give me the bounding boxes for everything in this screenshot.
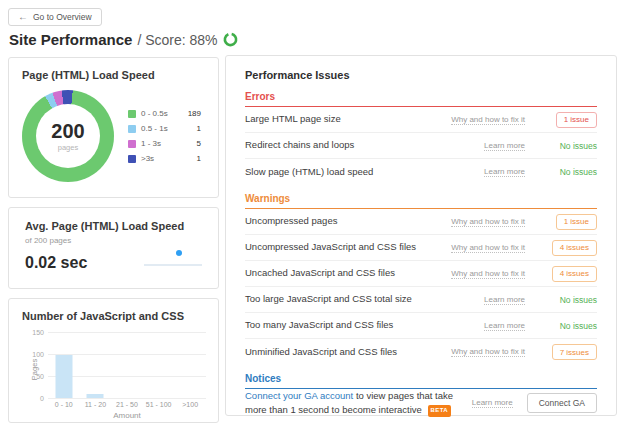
issue-help-link[interactable]: Learn more	[484, 321, 525, 331]
no-issues-text: No issues	[560, 141, 597, 151]
avg-speed-subtitle: of 200 pages	[25, 236, 202, 245]
issue-name: Too large JavaScript and CSS total size	[245, 292, 484, 306]
arrow-left-icon: ←	[18, 12, 28, 22]
issue-name: Connect your GA account to view pages th…	[245, 389, 472, 418]
issue-sections: ErrorsLarge HTML page sizeWhy and how to…	[245, 91, 597, 418]
js-css-bar-chart[interactable]: Pages 050100150	[48, 332, 206, 398]
issue-help-link[interactable]: Why and how to fix it	[451, 269, 525, 279]
legend-value: 5	[179, 139, 201, 148]
donut-center: 200 pages	[36, 104, 100, 168]
bar-chart-y-tick: 50	[36, 373, 44, 380]
issue-name: Uncompressed pages	[245, 214, 451, 228]
issue-row: Unminified JavaScript and CSS filesWhy a…	[245, 339, 597, 365]
bar-slot	[111, 332, 143, 398]
legend-color-swatch	[128, 125, 136, 133]
connect-ga-button[interactable]: Connect GA	[527, 393, 597, 413]
donut-center-label: pages	[58, 143, 78, 152]
load-speed-card: Page (HTML) Load Speed 200 pages 0 - 0.5…	[8, 57, 219, 198]
avg-speed-card: Avg. Page (HTML) Load Speed of 200 pages…	[8, 207, 219, 289]
left-column: Page (HTML) Load Speed 200 pages 0 - 0.5…	[8, 57, 219, 423]
issue-name: Uncached JavaScript and CSS files	[245, 266, 451, 280]
bar[interactable]	[87, 394, 104, 398]
no-issues-text: No issues	[560, 167, 597, 177]
legend-color-swatch	[128, 110, 136, 118]
issue-row: Connect your GA account to view pages th…	[245, 389, 597, 418]
connect-ga-link[interactable]: Connect your GA account	[245, 390, 353, 401]
no-issues-text: No issues	[560, 321, 597, 331]
legend-label: 0.5 - 1s	[141, 124, 179, 133]
bar-slot	[80, 332, 112, 398]
issue-name: Too many JavaScript and CSS files	[245, 318, 484, 332]
bar-chart-bars	[48, 332, 206, 398]
performance-issues-panel: Performance Issues ErrorsLarge HTML page…	[225, 55, 617, 416]
issue-name: Uncompressed JavaScript and CSS files	[245, 240, 451, 254]
bar-chart-y-tick: 150	[32, 329, 44, 336]
issue-row: Too many JavaScript and CSS filesLearn m…	[245, 313, 597, 339]
bar-chart-gridline	[48, 398, 206, 399]
bar-chart-y-tick: 0	[40, 395, 44, 402]
issue-help-link[interactable]: Why and how to fix it	[451, 115, 525, 125]
score-ring-icon	[223, 32, 238, 47]
issue-name: Redirect chains and loops	[245, 138, 484, 152]
legend-value: 1	[179, 124, 201, 133]
section-header-errors: Errors	[245, 91, 597, 107]
issue-count-badge[interactable]: 4 issues	[552, 266, 597, 282]
issue-help-link[interactable]: Why and how to fix it	[451, 243, 525, 253]
avg-speed-sparkline	[144, 247, 202, 269]
page-title: Site Performance / Score: 88%	[9, 31, 238, 48]
sparkline-data-point-dot[interactable]	[176, 250, 182, 256]
issue-row: Too large JavaScript and CSS total sizeL…	[245, 287, 597, 313]
section-header-notices: Notices	[245, 373, 597, 389]
issue-help-link[interactable]: Learn more	[484, 295, 525, 305]
bar-slot	[48, 332, 80, 398]
issue-count-badge[interactable]: 4 issues	[552, 240, 597, 256]
go-to-overview-button[interactable]: ← Go to Overview	[8, 8, 102, 26]
issue-count-badge[interactable]: 1 issue	[556, 112, 597, 128]
issue-status-column: No issues	[539, 295, 597, 305]
issue-help-link[interactable]: Learn more	[484, 141, 525, 151]
issue-row: Uncached JavaScript and CSS filesWhy and…	[245, 261, 597, 287]
site-performance-page: ← Go to Overview Site Performance / Scor…	[0, 0, 624, 424]
legend-item: 1 - 3s5	[128, 139, 201, 148]
issue-help-link[interactable]: Learn more	[484, 167, 525, 177]
score-text: / Score: 88%	[137, 32, 217, 48]
issue-name: Unminified JavaScript and CSS files	[245, 345, 451, 359]
issue-row: Large HTML page sizeWhy and how to fix i…	[245, 107, 597, 133]
donut-center-value: 200	[51, 121, 84, 141]
go-to-overview-label: Go to Overview	[33, 12, 92, 22]
legend-item: 0 - 0.5s189	[128, 109, 201, 118]
issue-row: Slow page (HTML) load speedLearn moreNo …	[245, 159, 597, 185]
page-title-text: Site Performance	[9, 31, 132, 48]
beta-badge: BETA	[428, 405, 452, 417]
bar-chart-x-tick: 51 - 100	[143, 401, 175, 408]
bar[interactable]	[55, 355, 72, 398]
sparkline-baseline	[144, 264, 202, 266]
legend-label: >3s	[141, 154, 179, 163]
performance-issues-title: Performance Issues	[245, 69, 597, 81]
legend-value: 189	[179, 109, 201, 118]
section-header-warnings: Warnings	[245, 193, 597, 209]
issue-count-badge[interactable]: 7 issues	[552, 344, 597, 360]
issue-status-column: 4 issues	[539, 240, 597, 256]
bar-slot	[174, 332, 206, 398]
bar-chart-x-axis-label: Amount	[48, 411, 206, 420]
issue-name: Large HTML page size	[245, 112, 451, 126]
donut-legend: 0 - 0.5s1890.5 - 1s11 - 3s5>3s1	[128, 109, 201, 163]
legend-color-swatch	[128, 155, 136, 163]
bar-chart-x-tick: 11 - 20	[80, 401, 112, 408]
js-css-card-title: Number of JavaScript and CSS	[22, 310, 205, 322]
issue-help-link[interactable]: Why and how to fix it	[451, 347, 525, 357]
issue-status-column: No issues	[539, 167, 597, 177]
issue-status-column: 7 issues	[539, 344, 597, 360]
issue-status-column: No issues	[539, 141, 597, 151]
legend-label: 1 - 3s	[141, 139, 179, 148]
legend-item: 0.5 - 1s1	[128, 124, 201, 133]
issue-count-badge[interactable]: 1 issue	[556, 214, 597, 230]
issue-status-column: No issues	[539, 321, 597, 331]
issue-row: Uncompressed pagesWhy and how to fix it1…	[245, 209, 597, 235]
no-issues-text: No issues	[560, 295, 597, 305]
avg-speed-value: 0.02 sec	[25, 254, 87, 272]
load-speed-donut-chart[interactable]: 200 pages	[22, 90, 114, 182]
issue-help-link[interactable]: Why and how to fix it	[451, 217, 525, 227]
issue-help-link[interactable]: Learn more	[472, 398, 513, 408]
